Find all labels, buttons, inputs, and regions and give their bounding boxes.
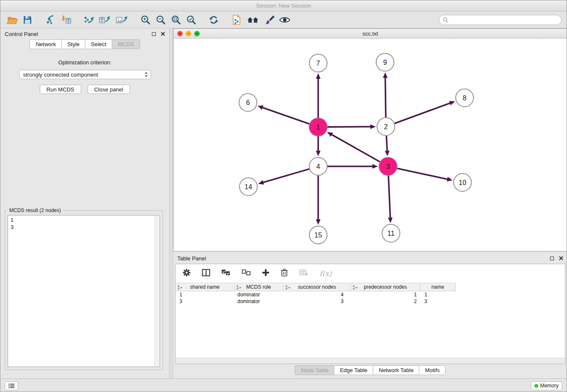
save-session-icon[interactable] <box>20 13 35 27</box>
control-panel-tabs: Network Style Select MCDS <box>0 39 169 49</box>
sort-icon <box>236 285 242 290</box>
column-header-name[interactable]: name <box>420 283 455 291</box>
result-line: 1 <box>11 217 157 224</box>
import-table-icon[interactable] <box>58 13 73 27</box>
memory-label: Memory <box>540 383 559 389</box>
tab-network-table[interactable]: Network Table <box>373 365 419 375</box>
sort-icon <box>285 285 291 290</box>
result-scrollbar[interactable] <box>154 216 159 366</box>
network-graph[interactable]: 7968124314101511 <box>173 39 567 251</box>
table-row[interactable]: 3 dominator 3 2 3 <box>176 298 565 305</box>
close-table-panel-icon[interactable] <box>559 256 563 260</box>
graph-edge-2-3[interactable] <box>386 136 387 151</box>
graph-node-label-8: 8 <box>463 94 467 102</box>
graph-edge-arrowhead <box>316 73 321 79</box>
float-table-panel-icon[interactable] <box>550 257 554 260</box>
search-input[interactable] <box>451 16 561 24</box>
graph-edge-arrowhead <box>383 72 388 78</box>
network-window-titlebar: scc.txt <box>173 29 567 39</box>
tab-network[interactable]: Network <box>30 39 61 49</box>
control-panel-title: Control Panel <box>5 31 38 37</box>
graph-edge-3-1[interactable] <box>332 135 380 162</box>
graph-edge-1-2[interactable] <box>328 127 370 127</box>
eye-icon[interactable] <box>277 13 292 27</box>
run-mcds-button[interactable]: Run MCDS <box>40 85 81 94</box>
add-column-icon[interactable] <box>262 269 270 278</box>
table-horizontal-scrollbar[interactable] <box>176 358 565 364</box>
column-header-predecessor-nodes[interactable]: predecessor nodes <box>351 283 420 291</box>
task-history-button[interactable] <box>5 381 18 390</box>
tab-mcds[interactable]: MCDS <box>112 39 140 49</box>
graph-edge-arrowhead <box>258 180 264 185</box>
show-columns-icon[interactable] <box>202 269 210 278</box>
panel-splitter[interactable] <box>170 28 173 378</box>
style-brush-icon[interactable] <box>262 13 277 27</box>
memory-button[interactable]: Memory <box>531 381 562 390</box>
close-panel-button[interactable]: Close panel <box>88 85 130 94</box>
zoom-selected-icon[interactable] <box>183 13 198 27</box>
table-header-row: shared name MCDS role successor nodes pr… <box>176 283 456 291</box>
sort-icon <box>352 285 358 290</box>
zoom-out-icon[interactable] <box>153 13 168 27</box>
graph-edge-4-14[interactable] <box>264 169 309 182</box>
close-window-icon[interactable] <box>177 31 183 36</box>
column-header-mcds-role[interactable]: MCDS role <box>234 283 284 291</box>
tab-style[interactable]: Style <box>61 39 85 49</box>
cell-shared-name: 1 <box>176 291 234 298</box>
graph-node-label-9: 9 <box>383 59 387 66</box>
graph-edge-arrowhead <box>385 151 390 156</box>
graph-edge-3-11[interactable] <box>388 176 390 218</box>
graph-node-label-3: 3 <box>386 163 390 170</box>
clone-network-icon[interactable] <box>229 13 244 27</box>
select-all-icon[interactable] <box>221 269 231 278</box>
optimization-criterion-label: Optimization criterion: <box>0 59 169 66</box>
list-icon <box>8 384 14 388</box>
refresh-layout-icon[interactable] <box>206 13 221 27</box>
tab-node-table[interactable]: Node Table <box>295 365 334 375</box>
export-table-icon[interactable] <box>96 13 113 27</box>
mcds-result-title: MCDS result (2 nodes) <box>8 207 63 213</box>
export-network-icon[interactable] <box>81 13 96 27</box>
cell-shared-name: 3 <box>176 298 234 305</box>
graph-edge-arrowhead <box>449 101 455 105</box>
close-panel-icon[interactable] <box>161 32 165 36</box>
column-header-shared-name[interactable]: shared name <box>176 283 234 291</box>
application-window: Session: New Session <box>0 0 567 392</box>
table-tabs: Node Table Edge Table Network Table Moti… <box>173 365 567 375</box>
tab-motifs[interactable]: Motifs <box>419 365 446 375</box>
minimize-window-icon[interactable] <box>186 31 191 36</box>
gear-icon[interactable] <box>182 268 191 279</box>
graph-edge-2-8[interactable] <box>395 103 450 124</box>
sort-icon <box>177 285 183 290</box>
delete-table-icon[interactable] <box>299 269 308 278</box>
network-canvas[interactable]: 7968124314101511 <box>173 39 567 251</box>
zoom-in-icon[interactable] <box>138 13 153 27</box>
graph-edge-2-9[interactable] <box>385 78 385 117</box>
graph-edge-1-6[interactable] <box>263 108 309 124</box>
export-image-icon[interactable] <box>113 13 130 27</box>
control-panel: Control Panel Network Style Select MCDS … <box>0 28 170 378</box>
result-line: 3 <box>11 224 157 231</box>
float-panel-icon[interactable] <box>152 32 156 36</box>
delete-column-icon[interactable] <box>281 268 288 279</box>
tab-edge-table[interactable]: Edge Table <box>334 365 373 375</box>
table-panel-title: Table Panel <box>177 255 206 262</box>
graph-node-label-4: 4 <box>317 163 320 170</box>
memory-status-icon <box>534 384 538 388</box>
table-row[interactable]: 1 dominator 4 1 1 <box>176 291 565 298</box>
column-header-successor-nodes[interactable]: successor nodes <box>284 283 351 291</box>
network-view-window: scc.txt 7968124314101511 <box>173 28 567 251</box>
graph-node-label-14: 14 <box>245 183 252 190</box>
maximize-window-icon[interactable] <box>194 31 200 36</box>
graph-edge-3-10[interactable] <box>397 168 447 179</box>
unselect-all-icon[interactable] <box>242 269 251 278</box>
open-session-icon[interactable] <box>5 13 20 27</box>
tab-select[interactable]: Select <box>85 39 112 49</box>
graph-node-label-2: 2 <box>384 123 388 130</box>
network-overview-icon[interactable] <box>244 13 262 27</box>
zoom-fit-icon[interactable] <box>168 13 183 27</box>
mcds-result-list: 1 3 <box>8 215 160 367</box>
criterion-dropdown[interactable]: strongly connected component <box>19 70 151 79</box>
import-network-icon[interactable] <box>43 13 58 27</box>
function-builder-icon[interactable]: f(x) <box>319 269 332 278</box>
